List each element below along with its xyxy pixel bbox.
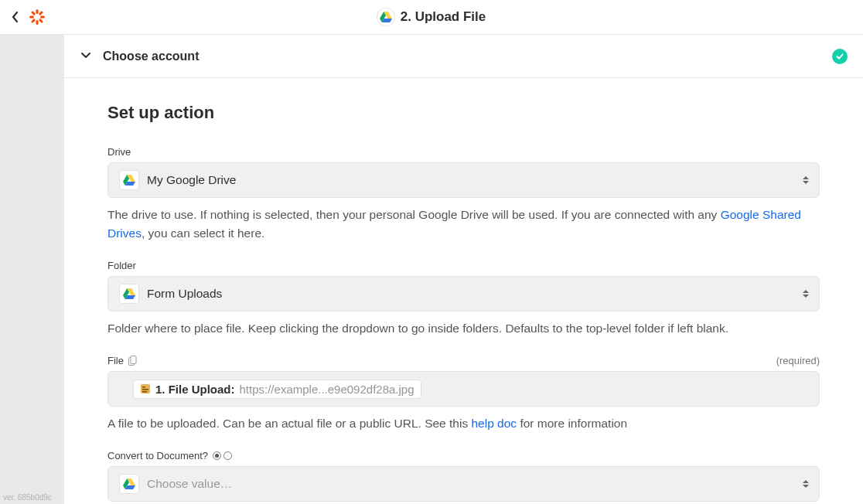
required-label: (required) <box>776 355 820 366</box>
file-pill-value: https://example...e9e092df28a.jpg <box>240 383 414 396</box>
choose-account-title: Choose account <box>103 49 199 63</box>
google-drive-icon <box>119 474 139 494</box>
drive-label: Drive <box>107 146 131 158</box>
svg-rect-4 <box>39 11 43 15</box>
svg-rect-11 <box>142 387 145 388</box>
svg-rect-5 <box>31 19 36 23</box>
copy-icon <box>128 356 137 366</box>
svg-rect-1 <box>36 20 39 25</box>
drive-field: Drive My Google Drive The drive to us <box>107 146 820 243</box>
google-drive-icon <box>119 284 139 304</box>
svg-rect-9 <box>131 356 136 364</box>
drive-dropdown[interactable]: My Google Drive <box>107 162 820 198</box>
folder-dropdown[interactable]: Form Uploads <box>107 276 820 312</box>
folder-label: Folder <box>107 260 136 271</box>
svg-rect-7 <box>39 19 43 23</box>
topbar: 2. Upload File <box>0 0 863 35</box>
drive-help-text: The drive to use. If nothing is selected… <box>107 206 820 243</box>
choose-account-header[interactable]: Choose account <box>64 35 863 78</box>
svg-rect-0 <box>36 9 39 14</box>
file-input[interactable]: 1. File Upload: https://example...e9e092… <box>107 371 820 407</box>
radio-filled-icon <box>213 451 221 460</box>
google-drive-icon <box>119 170 139 190</box>
chevron-down-icon <box>80 49 92 63</box>
zapier-logo-icon <box>28 8 46 26</box>
form-icon <box>140 383 151 394</box>
svg-rect-13 <box>142 391 147 393</box>
updown-icon <box>802 175 810 185</box>
google-drive-icon <box>377 9 394 26</box>
folder-field: Folder Form Uploads Folder where to plac… <box>107 260 820 338</box>
convert-field: Convert to Document? Choose value… <box>107 450 820 504</box>
folder-value: Form Uploads <box>147 287 222 301</box>
setup-action-title: Set up action <box>107 103 820 123</box>
file-pill-label: 1. File Upload: <box>155 383 235 396</box>
svg-rect-3 <box>40 16 45 19</box>
radio-empty-icon <box>223 451 232 460</box>
help-doc-link[interactable]: help doc <box>471 417 517 430</box>
file-label: File <box>107 355 137 366</box>
main-panel: Choose account Set up action Drive My Go <box>64 35 863 504</box>
svg-rect-6 <box>31 11 36 15</box>
drive-value: My Google Drive <box>147 173 236 187</box>
file-help-text: A file to be uploaded. Can be an actual … <box>107 414 820 433</box>
convert-dropdown[interactable]: Choose value… <box>107 466 820 502</box>
convert-placeholder: Choose value… <box>147 477 232 491</box>
page-title: 2. Upload File <box>401 9 486 25</box>
convert-label: Convert to Document? <box>107 450 232 461</box>
file-field: File (required) <box>107 355 820 433</box>
updown-icon <box>802 289 810 298</box>
svg-rect-12 <box>142 389 148 390</box>
version-label: ver. 685b0d9c <box>3 493 52 502</box>
svg-rect-2 <box>29 16 34 19</box>
status-check-icon <box>832 49 848 64</box>
updown-icon <box>802 479 810 489</box>
file-pill[interactable]: 1. File Upload: https://example...e9e092… <box>133 380 421 399</box>
folder-help-text: Folder where to place file. Keep clickin… <box>107 319 820 338</box>
back-button[interactable] <box>11 10 20 24</box>
